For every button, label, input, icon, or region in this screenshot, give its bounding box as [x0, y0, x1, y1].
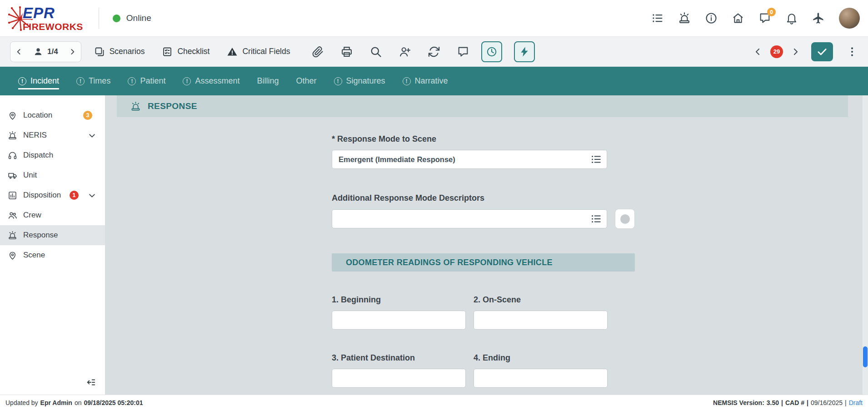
tab-times[interactable]: Times [76, 67, 110, 95]
map-pin-icon [8, 111, 17, 120]
siren-icon[interactable] [678, 12, 691, 25]
warning-circle-icon [334, 77, 342, 85]
sidebar-item-scene[interactable]: Scene [0, 245, 105, 265]
response-mode-field [332, 150, 607, 169]
draft-status-link[interactable]: Draft [849, 399, 863, 406]
vertical-scrollbar[interactable] [863, 95, 868, 395]
separator: | [845, 399, 847, 406]
checklist-button[interactable]: Checklist [157, 43, 214, 61]
list-picker-icon[interactable] [590, 213, 602, 225]
sidebar-item-label: NERIS [23, 131, 47, 140]
validate-save-button[interactable] [811, 42, 833, 61]
search-icon[interactable] [369, 45, 382, 58]
nemsis-version-value: 3.50 [767, 399, 779, 406]
next-record-button[interactable] [64, 42, 81, 62]
checklist-icon [162, 46, 173, 57]
tab-patient[interactable]: Patient [128, 67, 165, 95]
odometer-on-scene-input[interactable] [474, 311, 608, 330]
tab-narrative[interactable]: Narrative [403, 67, 448, 95]
sidebar-item-dispatch[interactable]: Dispatch [0, 145, 105, 165]
additional-descriptors-label: Additional Response Mode Descriptors [332, 193, 868, 203]
crew-people-icon [8, 211, 17, 220]
warning-circle-icon [403, 77, 411, 85]
logo-text: EPR FIREWORKS [23, 5, 83, 31]
updated-on-label: on [75, 399, 82, 406]
siren-icon [130, 101, 141, 112]
updated-timestamp: 09/18/2025 05:20:01 [84, 399, 143, 406]
additional-descriptors-input[interactable] [332, 209, 607, 228]
warning-circle-icon [128, 77, 136, 85]
tab-narrative-label: Narrative [415, 76, 448, 86]
sidebar-item-label: Response [23, 231, 58, 240]
scrollbar-thumb[interactable] [863, 346, 868, 367]
chat-count-badge: 0 [767, 8, 776, 16]
incident-date: 09/16/2025 [811, 399, 843, 406]
record-pager-display: 1/4 [28, 47, 64, 57]
separator: | [781, 399, 783, 406]
sidebar-item-response[interactable]: Response [0, 225, 105, 245]
scenarios-button[interactable]: Scenarios [90, 43, 150, 61]
status-circle-button[interactable] [615, 209, 635, 229]
times-clock-button[interactable] [481, 41, 502, 62]
quick-actions-bolt-button[interactable] [514, 41, 535, 62]
next-error-button[interactable] [790, 46, 801, 57]
response-section-content: RESPONSE * Response Mode to Scene Additi… [105, 95, 868, 395]
previous-record-button[interactable] [10, 42, 28, 62]
list-picker-icon[interactable] [590, 153, 602, 165]
odometer-beginning-input[interactable] [332, 311, 466, 330]
odometer-row-2: 3. Patient Destination 4. Ending [332, 353, 868, 388]
odometer-row-1: 1. Beginning 2. On-Scene [332, 295, 868, 330]
record-meta-text: NEMSIS Version: 3.50 | CAD # | 09/16/202… [713, 399, 863, 406]
updated-by-user: Epr Admin [40, 399, 72, 406]
sidebar-item-location[interactable]: Location 3 [0, 105, 105, 125]
record-pager: 1/4 [10, 41, 81, 62]
info-icon[interactable] [705, 12, 718, 25]
tab-incident-label: Incident [30, 76, 59, 86]
online-status-dot [113, 15, 120, 22]
critical-fields-button[interactable]: Critical Fields [222, 43, 294, 61]
print-icon[interactable] [340, 45, 353, 58]
airplane-icon[interactable] [812, 12, 825, 25]
attachments-paperclip-icon[interactable] [311, 45, 324, 58]
app-window: EPR FIREWORKS Online [0, 0, 868, 410]
list-menu-icon[interactable] [651, 12, 664, 25]
add-person-icon[interactable] [399, 45, 411, 58]
previous-error-button[interactable] [753, 46, 763, 57]
comments-icon[interactable] [457, 45, 469, 58]
notifications-bell-icon[interactable] [785, 12, 798, 25]
tab-billing[interactable]: Billing [257, 67, 279, 95]
disposition-error-badge: 1 [70, 191, 79, 200]
tab-incident[interactable]: Incident [18, 67, 59, 95]
odometer-patient-destination-field: 3. Patient Destination [332, 353, 466, 388]
sidebar-item-neris[interactable]: NERIS [0, 125, 105, 145]
sidebar-item-disposition[interactable]: Disposition 1 [0, 185, 105, 205]
circle-icon [620, 214, 630, 224]
home-icon[interactable] [732, 12, 744, 25]
section-title: RESPONSE [148, 101, 197, 111]
response-mode-input[interactable] [332, 150, 607, 169]
tab-assessment[interactable]: Assessment [183, 67, 239, 95]
sidebar-item-unit[interactable]: Unit [0, 165, 105, 185]
more-options-kebab-icon[interactable] [846, 46, 858, 58]
last-updated-text: Updated by Epr Admin on 09/18/2025 05:20… [5, 399, 143, 406]
chat-icon[interactable]: 0 [758, 12, 771, 25]
tab-signatures[interactable]: Signatures [334, 67, 385, 95]
section-tabs: Incident Times Patient Assessment Billin… [0, 67, 868, 95]
sync-refresh-icon[interactable] [428, 45, 440, 58]
tab-other[interactable]: Other [296, 67, 317, 95]
clock-icon [486, 46, 498, 58]
updated-by-label: Updated by [5, 399, 38, 406]
user-avatar[interactable] [839, 8, 860, 29]
odometer-ending-input[interactable] [474, 369, 608, 388]
topbar-actions: 0 [651, 8, 860, 29]
chevron-down-icon [87, 191, 97, 200]
sidebar-item-label: Unit [23, 171, 37, 180]
epr-fireworks-logo: EPR FIREWORKS [6, 4, 83, 33]
tab-assessment-label: Assessment [195, 76, 239, 86]
collapse-sidebar-icon[interactable] [86, 377, 96, 387]
tab-signatures-label: Signatures [346, 76, 385, 86]
sidebar-item-crew[interactable]: Crew [0, 205, 105, 225]
validation-error-count-badge[interactable]: 29 [770, 45, 783, 58]
odometer-patient-destination-input[interactable] [332, 369, 466, 388]
chart-icon [8, 191, 17, 200]
